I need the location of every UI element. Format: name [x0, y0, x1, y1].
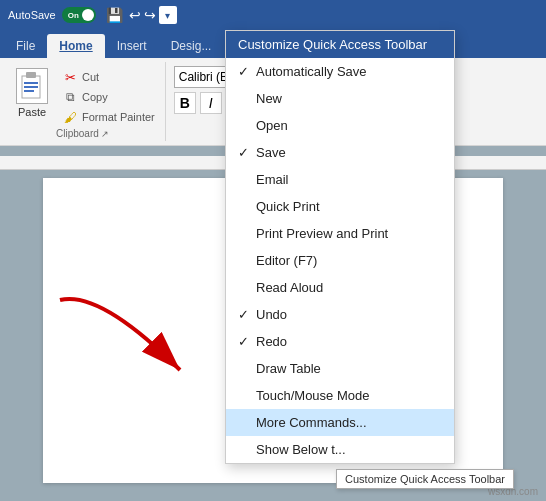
paste-label: Paste — [18, 106, 46, 118]
check-save: ✓ — [238, 145, 256, 160]
cut-icon: ✂ — [62, 69, 78, 85]
clipboard-expand-icon[interactable]: ↗ — [101, 129, 109, 139]
autosave-toggle[interactable]: On — [62, 7, 96, 23]
undo-redo-group: ↩ ↪ ▾ — [129, 6, 177, 24]
menu-item-quick-print[interactable]: Quick Print — [226, 193, 454, 220]
menu-item-new[interactable]: New — [226, 85, 454, 112]
menu-item-undo[interactable]: ✓ Undo — [226, 301, 454, 328]
menu-item-draw-table[interactable]: Draw Table — [226, 355, 454, 382]
format-painter-icon: 🖌 — [62, 109, 78, 125]
menu-item-touch-mode[interactable]: Touch/Mouse Mode — [226, 382, 454, 409]
autosave-label: AutoSave — [8, 9, 56, 21]
menu-item-redo[interactable]: ✓ Redo — [226, 328, 454, 355]
menu-item-more-commands[interactable]: More Commands... — [226, 409, 454, 436]
cut-button[interactable]: ✂ Cut — [60, 68, 157, 86]
check-auto-save: ✓ — [238, 64, 256, 79]
dropdown-header: Customize Quick Access Toolbar — [226, 31, 454, 58]
tooltip-customize: Customize Quick Access Toolbar — [336, 469, 514, 489]
redo-icon[interactable]: ↪ — [144, 7, 156, 23]
copy-button[interactable]: ⧉ Copy — [60, 88, 157, 106]
menu-item-read-aloud[interactable]: Read Aloud — [226, 274, 454, 301]
qat-customize-menu: Customize Quick Access Toolbar ✓ Automat… — [225, 30, 455, 464]
title-bar-icons: 💾 — [106, 7, 123, 23]
menu-item-email[interactable]: Email — [226, 166, 454, 193]
autosave-state: On — [68, 11, 79, 20]
menu-item-show-below[interactable]: Show Below t... Customize Quick Access T… — [226, 436, 454, 463]
save-icon[interactable]: 💾 — [106, 7, 123, 23]
autosave-knob — [82, 9, 94, 21]
check-redo: ✓ — [238, 334, 256, 349]
qat-dropdown-button[interactable]: ▾ — [159, 6, 177, 24]
svg-rect-3 — [24, 86, 38, 88]
svg-rect-1 — [26, 72, 36, 78]
svg-rect-4 — [24, 90, 34, 92]
format-painter-button[interactable]: 🖌 Format Painter — [60, 108, 157, 126]
check-undo: ✓ — [238, 307, 256, 322]
bold-button[interactable]: B — [174, 92, 196, 114]
menu-item-auto-save[interactable]: ✓ Automatically Save — [226, 58, 454, 85]
clipboard-content: Paste ✂ Cut ⧉ Copy 🖌 Format Painter — [8, 64, 157, 126]
undo-icon[interactable]: ↩ — [129, 7, 141, 23]
svg-rect-2 — [24, 82, 38, 84]
menu-item-save[interactable]: ✓ Save — [226, 139, 454, 166]
menu-item-editor[interactable]: Editor (F7) — [226, 247, 454, 274]
menu-item-open[interactable]: Open — [226, 112, 454, 139]
copy-icon: ⧉ — [62, 89, 78, 105]
tab-file[interactable]: File — [4, 34, 47, 58]
tab-design[interactable]: Desig... — [159, 34, 224, 58]
clipboard-small-buttons: ✂ Cut ⧉ Copy 🖌 Format Painter — [60, 64, 157, 126]
italic-button[interactable]: I — [200, 92, 222, 114]
paste-icon — [16, 68, 48, 104]
title-bar: AutoSave On 💾 ↩ ↪ ▾ — [0, 0, 546, 30]
paste-button[interactable]: Paste — [8, 64, 56, 122]
tab-insert[interactable]: Insert — [105, 34, 159, 58]
clipboard-label: Clipboard ↗ — [56, 126, 109, 139]
menu-item-print-preview[interactable]: Print Preview and Print — [226, 220, 454, 247]
clipboard-section: Paste ✂ Cut ⧉ Copy 🖌 Format Painter Clip… — [0, 62, 166, 141]
tab-home[interactable]: Home — [47, 34, 104, 58]
